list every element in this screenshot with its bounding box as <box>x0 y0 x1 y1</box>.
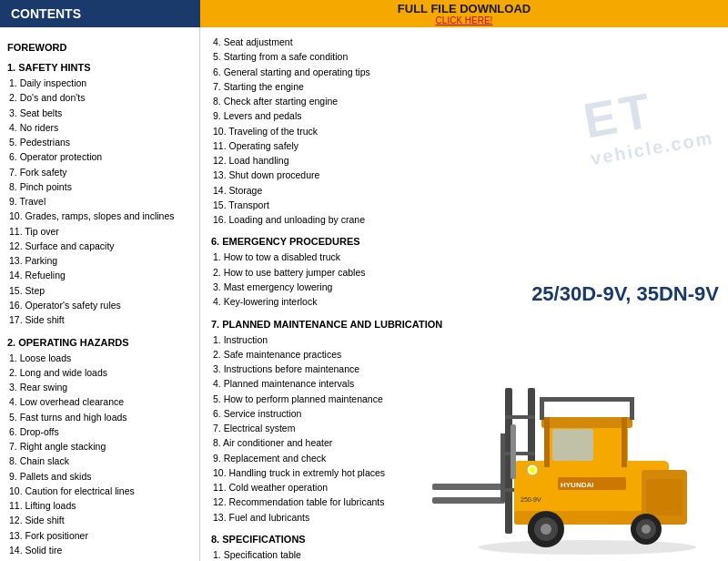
toc-item: 14. Solid tire <box>7 543 192 557</box>
svg-rect-6 <box>505 415 535 419</box>
toc-item: 1. Daily inspection <box>7 76 192 90</box>
toc-item: 2. How to use battery jumper cables <box>211 265 717 280</box>
svg-text:HYUNDAI: HYUNDAI <box>561 481 593 489</box>
toc-item: 9. Levers and pedals <box>211 108 717 123</box>
toc-item: 12. Surface and capacity <box>7 239 192 253</box>
toc-item: 6. Drop-offs <box>7 424 192 439</box>
toc-item: 8. Pinch points <box>7 179 192 194</box>
left-toc-panel: FOREWORD 1. SAFETY HINTS1. Daily inspect… <box>0 27 200 561</box>
toc-item: 13. Shut down procedure <box>211 168 717 182</box>
toc-item: 16. Operator's safety rules <box>7 298 192 312</box>
svg-rect-15 <box>544 417 550 467</box>
left-sections: 1. SAFETY HINTS1. Daily inspection2. Do'… <box>7 62 192 561</box>
section-heading: 7. PLANNED MAINTENANCE AND LUBRICATION <box>211 319 717 330</box>
contents-tab: CONTENTS <box>0 0 200 27</box>
svg-text:250-9V: 250-9V <box>521 496 541 503</box>
svg-point-31 <box>530 467 535 473</box>
toc-item: 10. Grades, ramps, slopes and inclines <box>7 209 192 223</box>
toc-item: 5. Fast turns and high loads <box>7 410 192 424</box>
svg-rect-16 <box>622 417 627 467</box>
toc-item: 17. Side shift <box>7 312 192 327</box>
svg-point-0 <box>478 540 696 555</box>
svg-rect-27 <box>540 397 634 402</box>
svg-rect-14 <box>541 417 632 428</box>
toc-item: 10. Traveling of the truck <box>211 124 717 138</box>
svg-rect-29 <box>630 397 634 420</box>
toc-item: 3. Seat belts <box>7 106 192 120</box>
toc-item: 12. Load handling <box>211 153 717 168</box>
toc-item: 11. Operating safely <box>211 138 717 153</box>
toc-item: 6. Operator protection <box>7 149 192 164</box>
download-button[interactable]: FULL FILE DOWNLOAD CLICK HERE! <box>200 0 728 27</box>
toc-item: 7. Starting the engine <box>211 79 717 94</box>
toc-item: 16. Loading and unloading by crane <box>211 212 717 227</box>
toc-item: 7. Fork safety <box>7 165 192 179</box>
toc-item: 8. Check after starting engine <box>211 94 717 108</box>
section-heading: 1. SAFETY HINTS <box>7 62 192 73</box>
toc-item: 7. Right angle stacking <box>7 439 192 454</box>
toc-item: 14. Storage <box>211 183 717 198</box>
svg-rect-7 <box>505 452 535 455</box>
contents-label: CONTENTS <box>11 6 81 21</box>
continued-safety-items: 4. Seat adjustment5. Starting from a saf… <box>211 35 717 227</box>
toc-item: 8. Chain slack <box>7 454 192 468</box>
svg-point-23 <box>541 524 551 535</box>
download-main-text: FULL FILE DOWNLOAD <box>398 2 531 15</box>
svg-point-26 <box>642 525 651 534</box>
foreword-heading: FOREWORD <box>7 42 192 53</box>
toc-item: 4. No riders <box>7 120 192 135</box>
section-heading: 6. EMERGENCY PROCEDURES <box>211 236 717 247</box>
toc-item: 4. Low overhead clearance <box>7 394 192 409</box>
toc-item: 3. Rear swing <box>7 380 192 394</box>
toc-item: 13. Fork positioner <box>7 528 192 543</box>
toc-item: 2. Long and wide loads <box>7 365 192 380</box>
toc-item: 9. Travel <box>7 194 192 209</box>
toc-item: 14. Refueling <box>7 268 192 282</box>
svg-rect-1 <box>432 484 505 490</box>
section-heading: 2. OPERATING HAZARDS <box>7 337 192 348</box>
toc-item: 11. Tip over <box>7 224 192 239</box>
toc-item: 15. Transport <box>211 198 717 212</box>
forklift-illustration: HYUNDAI 250-9V <box>423 342 723 556</box>
toc-item: 4. Seat adjustment <box>211 35 717 49</box>
svg-rect-28 <box>540 397 544 420</box>
download-sub-text: CLICK HERE! <box>436 15 493 26</box>
svg-rect-17 <box>552 429 593 461</box>
model-title: 25/30D-9V, 35DN-9V <box>531 282 719 306</box>
toc-item: 1. How to tow a disabled truck <box>211 250 717 264</box>
toc-item: 5. Pedestrians <box>7 135 192 149</box>
toc-item: 1. Loose loads <box>7 351 192 365</box>
toc-item: 2. Do's and don'ts <box>7 90 192 105</box>
toc-item: 15. Step <box>7 283 192 298</box>
toc-item: 6. General starting and operating tips <box>211 65 717 79</box>
toc-item: 5. Starting from a safe condition <box>211 49 717 64</box>
svg-rect-12 <box>646 479 682 515</box>
toc-item: 11. Lifting loads <box>7 498 192 513</box>
svg-rect-32 <box>511 424 516 479</box>
svg-rect-2 <box>432 497 505 504</box>
toc-item: 12. Side shift <box>7 513 192 527</box>
right-toc-panel: 4. Seat adjustment5. Starting from a saf… <box>200 27 728 561</box>
toc-item: 10. Caution for electrical lines <box>7 484 192 498</box>
toc-item: 13. Parking <box>7 253 192 268</box>
toc-item: 9. Pallets and skids <box>7 469 192 484</box>
